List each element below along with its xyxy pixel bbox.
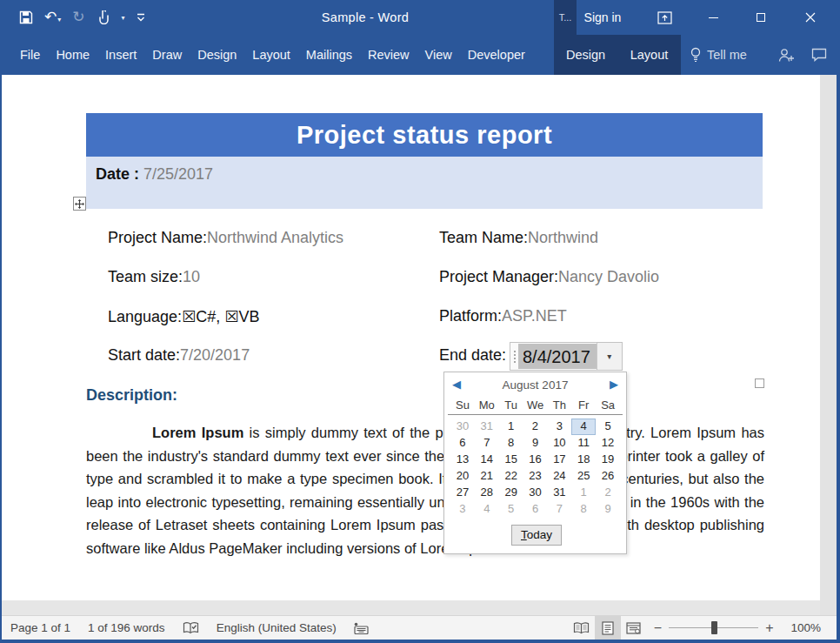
calendar-day[interactable]: 9 xyxy=(596,501,620,518)
proofing-icon[interactable] xyxy=(183,621,199,635)
calendar-day[interactable]: 3 xyxy=(547,419,571,435)
calendar-day[interactable]: 27 xyxy=(450,485,475,501)
word-count[interactable]: 1 of 196 words xyxy=(88,621,165,634)
calendar-day[interactable]: 24 xyxy=(547,468,571,485)
zoom-out-button[interactable]: − xyxy=(647,620,669,636)
end-date-value[interactable]: 8/4/2017 xyxy=(518,344,597,369)
calendar-day[interactable]: 9 xyxy=(523,435,548,452)
platform-value[interactable]: ASP.NET xyxy=(502,307,567,325)
calendar-week-row: 272829303112 xyxy=(450,485,620,501)
date-value[interactable]: 7/25/2017 xyxy=(143,165,213,183)
calendar-day[interactable]: 28 xyxy=(475,485,499,501)
minimize-button[interactable] xyxy=(693,0,733,35)
zoom-slider-thumb[interactable] xyxy=(711,621,717,634)
calendar-day[interactable]: 19 xyxy=(596,452,620,468)
calendar-day[interactable]: 6 xyxy=(523,501,548,518)
body-paragraph[interactable]: Lorem Ipsum is simply dummy text of the … xyxy=(86,421,764,560)
tab-mailings[interactable]: Mailings xyxy=(298,35,360,75)
calendar-day[interactable]: 5 xyxy=(596,419,620,435)
calendar-day[interactable]: 6 xyxy=(450,435,475,452)
calendar-day[interactable]: 26 xyxy=(596,468,620,485)
page-indicator[interactable]: Page 1 of 1 xyxy=(10,621,70,634)
horizontal-scrollbar[interactable] xyxy=(2,600,820,615)
calendar-day[interactable]: 31 xyxy=(475,419,499,435)
date-picker-dropdown-button[interactable]: ▾ xyxy=(597,343,622,370)
zoom-slider[interactable] xyxy=(669,621,758,634)
today-button[interactable]: Today xyxy=(511,525,562,546)
calendar-day[interactable]: 23 xyxy=(523,468,548,485)
previous-month-icon[interactable]: ◀ xyxy=(452,378,461,391)
close-button[interactable] xyxy=(788,0,833,35)
calendar-day[interactable]: 15 xyxy=(499,452,523,468)
web-layout-button[interactable] xyxy=(621,616,647,640)
table-move-handle-icon[interactable] xyxy=(73,197,86,211)
start-date-value[interactable]: 7/20/2017 xyxy=(180,346,250,364)
calendar-day[interactable]: 2 xyxy=(596,485,620,501)
tab-draw[interactable]: Draw xyxy=(144,35,190,75)
table-resize-handle[interactable] xyxy=(755,378,764,388)
content-control-handle-icon[interactable] xyxy=(510,343,518,370)
calendar-day[interactable]: 30 xyxy=(523,485,548,501)
calendar-day[interactable]: 18 xyxy=(571,452,596,468)
contextual-tab-design[interactable]: Design xyxy=(554,35,617,75)
calendar-day[interactable]: 3 xyxy=(450,501,475,518)
language-indicator[interactable]: English (United States) xyxy=(217,621,337,634)
zoom-percentage[interactable]: 100% xyxy=(790,621,821,634)
tab-review[interactable]: Review xyxy=(360,35,417,75)
calendar-day[interactable]: 1 xyxy=(571,485,596,501)
calendar-day[interactable]: 10 xyxy=(547,435,571,452)
calendar-day[interactable]: 20 xyxy=(450,468,475,485)
ribbon-display-options-button[interactable] xyxy=(647,0,682,35)
calendar-day[interactable]: 17 xyxy=(547,452,571,468)
calendar-day-header: Su xyxy=(450,399,475,414)
tab-view[interactable]: View xyxy=(417,35,460,75)
calendar-day[interactable]: 30 xyxy=(450,419,475,435)
sign-in-button[interactable]: Sign in xyxy=(574,0,631,35)
calendar-day[interactable]: 14 xyxy=(475,452,499,468)
calendar-day-selected[interactable]: 4 xyxy=(571,419,596,435)
project-manager-value[interactable]: Nancy Davolio xyxy=(558,268,659,285)
tell-me-button[interactable]: Tell me xyxy=(690,35,747,75)
document-page[interactable]: Project status report Date : 7/25/2017 P… xyxy=(2,75,820,600)
language-checkboxes[interactable]: ☒C#, ☒VB xyxy=(182,308,259,325)
calendar-day[interactable]: 8 xyxy=(499,435,523,452)
calendar-day[interactable]: 11 xyxy=(571,435,596,452)
team-name-value[interactable]: Northwind xyxy=(528,229,598,246)
tab-layout[interactable]: Layout xyxy=(244,35,298,75)
calendar-day[interactable]: 29 xyxy=(499,485,523,501)
calendar-day[interactable]: 12 xyxy=(596,435,620,452)
tab-insert[interactable]: Insert xyxy=(97,35,144,75)
share-person-icon[interactable] xyxy=(778,35,795,75)
calendar-day[interactable]: 2 xyxy=(523,419,548,435)
project-name-value[interactable]: Northwind Analytics xyxy=(207,229,343,246)
calendar-day[interactable]: 22 xyxy=(499,468,523,485)
tab-developer[interactable]: Developer xyxy=(460,35,533,75)
calendar-day[interactable]: 1 xyxy=(499,419,523,435)
calendar-day[interactable]: 4 xyxy=(475,501,499,518)
comments-icon[interactable] xyxy=(811,35,827,75)
maximize-button[interactable] xyxy=(741,0,781,35)
calendar-day[interactable]: 13 xyxy=(450,452,475,468)
vertical-scrollbar[interactable] xyxy=(820,75,837,615)
contextual-tab-layout[interactable]: Layout xyxy=(617,35,681,75)
next-month-icon[interactable]: ▶ xyxy=(610,378,618,391)
calendar-day[interactable]: 31 xyxy=(547,485,571,501)
print-layout-button[interactable] xyxy=(595,616,621,640)
read-mode-button[interactable] xyxy=(569,616,595,640)
calendar-day[interactable]: 16 xyxy=(523,452,548,468)
calendar-day[interactable]: 25 xyxy=(571,468,596,485)
macro-record-icon[interactable] xyxy=(354,622,369,634)
calendar-day[interactable]: 5 xyxy=(499,501,523,518)
contextual-tab-group: DesignLayout xyxy=(554,35,681,75)
calendar-day[interactable]: 7 xyxy=(475,435,499,452)
team-size-value[interactable]: 10 xyxy=(183,268,200,285)
zoom-in-button[interactable]: + xyxy=(758,620,780,636)
calendar-day[interactable]: 8 xyxy=(571,501,596,518)
tab-home[interactable]: Home xyxy=(48,35,97,75)
tab-design[interactable]: Design xyxy=(190,35,244,75)
tab-file[interactable]: File xyxy=(12,35,48,75)
start-date-label: Start date: xyxy=(108,346,180,364)
end-date-picker-control[interactable]: 8/4/2017 ▾ xyxy=(510,342,623,371)
calendar-day[interactable]: 21 xyxy=(475,468,499,485)
calendar-day[interactable]: 7 xyxy=(547,501,571,518)
